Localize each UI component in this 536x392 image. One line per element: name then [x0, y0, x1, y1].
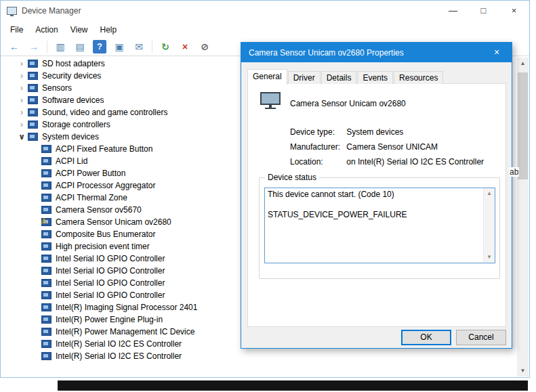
taskbar-fragment — [58, 380, 528, 391]
ok-button[interactable]: OK — [401, 330, 451, 345]
device-monitor-icon — [260, 92, 282, 110]
properties-icon[interactable]: ▤ — [73, 40, 87, 53]
tree-item-label: Intel(R) Power Engine Plug-in — [56, 315, 163, 324]
chevron-collapsed-icon[interactable]: › — [17, 83, 26, 93]
scroll-up-icon[interactable]: ▲ — [484, 188, 495, 199]
update-driver-icon[interactable]: ↻ — [159, 40, 172, 53]
cancel-button[interactable]: Cancel — [456, 330, 506, 345]
security-category-icon — [28, 72, 38, 80]
status-line: This device cannot start. (Code 10) — [268, 190, 481, 199]
chevron-collapsed-icon[interactable]: › — [17, 59, 26, 68]
menu-view[interactable]: View — [64, 23, 94, 37]
status-line: STATUS_DEVICE_POWER_FAILURE — [268, 210, 481, 219]
window-title: Device Manager — [22, 6, 81, 16]
sound-category-icon — [28, 108, 38, 116]
tree-item-label: Intel(R) Serial IO I2C ES Controller — [56, 351, 182, 361]
device-icon — [41, 340, 51, 348]
tree-item-label: Sound, video and game controllers — [42, 108, 167, 117]
device-icon — [41, 255, 51, 263]
tree-item-label: Intel Serial IO GPIO Controller — [56, 278, 165, 288]
device-icon — [41, 352, 51, 360]
chevron-collapsed-icon[interactable]: › — [17, 95, 26, 105]
devices-by-type-icon[interactable]: ▣ — [112, 40, 126, 53]
disable-icon[interactable]: ⊘ — [198, 40, 211, 53]
help-icon[interactable]: ? — [93, 40, 106, 53]
back-icon[interactable]: ← — [7, 40, 21, 53]
window-controls: — □ × — [438, 1, 529, 21]
window-titlebar: Device Manager — □ × — [1, 1, 529, 21]
dialog-title: Camera Sensor Unicam ov2680 Properties — [249, 48, 404, 58]
field-row: Device type: System devices — [290, 127, 403, 137]
dialog-titlebar: Camera Sensor Unicam ov2680 Properties — [241, 43, 512, 62]
main-scrollbar[interactable]: ▲ ▼ — [517, 58, 529, 376]
menu-bar: FileActionViewHelp — [1, 21, 529, 38]
menu-file[interactable]: File — [4, 23, 29, 37]
tree-item-label: Intel Serial IO GPIO Controller — [56, 254, 165, 263]
tab-resources[interactable]: Resources — [394, 71, 443, 84]
tree-item-label: High precision event timer — [56, 242, 150, 251]
close-button[interactable]: × — [499, 1, 529, 21]
show-console-tree-icon[interactable]: ▥ — [54, 40, 67, 53]
device-icon — [41, 206, 51, 214]
tree-item-label: ACPI Lid — [56, 156, 87, 166]
forward-icon[interactable]: → — [27, 40, 41, 53]
scroll-down-icon[interactable]: ▼ — [484, 252, 495, 263]
stray-text-fragment: ab — [509, 167, 519, 177]
tree-item-label: ACPI Thermal Zone — [56, 193, 127, 202]
device-icon — [41, 291, 51, 299]
field-row: Location: on Intel(R) Serial IO I2C ES C… — [290, 157, 484, 167]
field-label: Manufacturer: — [290, 142, 344, 152]
field-label: Device type: — [290, 127, 344, 137]
tree-item[interactable]: Intel(R) Serial IO I2C ES Controller — [1, 350, 517, 362]
field-value: System devices — [346, 127, 403, 137]
tree-item-label: Intel Serial IO GPIO Controller — [56, 290, 165, 300]
tab-details[interactable]: Details — [321, 71, 357, 84]
tab-driver[interactable]: Driver — [288, 71, 321, 84]
tab-events[interactable]: Events — [357, 71, 393, 84]
menu-help[interactable]: Help — [94, 23, 123, 37]
tree-item-label: ACPI Fixed Feature Button — [56, 144, 152, 154]
chevron-collapsed-icon[interactable]: › — [17, 108, 26, 117]
tree-item-label: Sensors — [42, 83, 72, 93]
storage-category-icon — [28, 121, 38, 129]
tree-item-label: System devices — [42, 132, 99, 141]
tree-item-label: Software devices — [42, 95, 104, 105]
sensors-category-icon — [28, 84, 38, 92]
device-icon — [41, 303, 51, 311]
device-manager-app-icon — [7, 7, 17, 15]
device-icon — [41, 279, 51, 287]
device-icon — [41, 267, 51, 275]
tree-item-label: Security devices — [42, 71, 101, 81]
device-icon — [41, 169, 51, 177]
device-status-text: This device cannot start. (Code 10) STAT… — [268, 190, 481, 219]
device-icon: ⚠ — [41, 218, 51, 226]
device-icon — [41, 181, 51, 190]
field-label: Location: — [290, 157, 344, 167]
maximize-button[interactable]: □ — [468, 1, 499, 21]
scrollbar-thumb[interactable] — [518, 72, 528, 179]
scroll-up-icon[interactable]: ▲ — [517, 58, 529, 69]
field-row: Manufacturer: Camera Sensor UNICAM — [290, 142, 438, 152]
device-status-textbox[interactable]: This device cannot start. (Code 10) STAT… — [264, 188, 495, 263]
device-icon — [41, 194, 51, 202]
device-name: Camera Sensor Unicam ov2680 — [290, 99, 406, 108]
toolbar-separator — [47, 41, 47, 53]
dialog-close-button[interactable]: × — [482, 43, 512, 62]
menu-action[interactable]: Action — [29, 23, 64, 37]
tab-general[interactable]: General — [247, 69, 287, 85]
minimize-button[interactable]: — — [438, 1, 468, 21]
field-value: on Intel(R) Serial IO I2C ES Controller — [346, 157, 484, 167]
support-info-icon[interactable]: ✉ — [132, 40, 146, 53]
tree-item-label: Storage controllers — [42, 120, 110, 129]
status-scrollbar[interactable]: ▲ ▼ — [483, 188, 495, 263]
tree-item-label: SD host adapters — [42, 59, 105, 68]
device-icon — [41, 145, 51, 153]
chevron-collapsed-icon[interactable]: › — [17, 120, 26, 129]
chevron-collapsed-icon[interactable]: › — [17, 71, 26, 81]
chevron-expanded-icon[interactable]: ∨ — [17, 132, 26, 141]
tree-item-label: ACPI Processor Aggregator — [56, 181, 155, 190]
warning-icon: ⚠ — [41, 217, 47, 225]
device-icon — [41, 230, 51, 238]
scroll-down-icon[interactable]: ▼ — [517, 365, 529, 376]
uninstall-icon[interactable]: × — [178, 40, 192, 53]
